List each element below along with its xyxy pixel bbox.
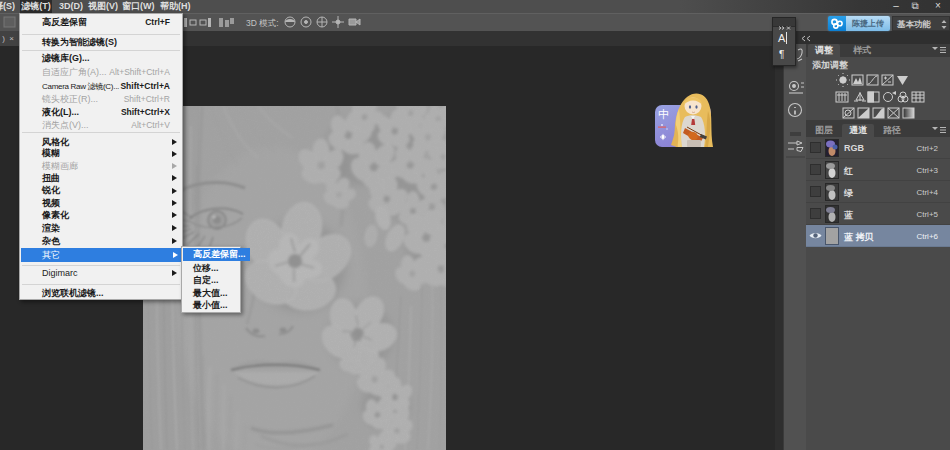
svg-text:中: 中 bbox=[658, 108, 669, 120]
svg-text:3D 模式:: 3D 模式: bbox=[246, 18, 279, 28]
